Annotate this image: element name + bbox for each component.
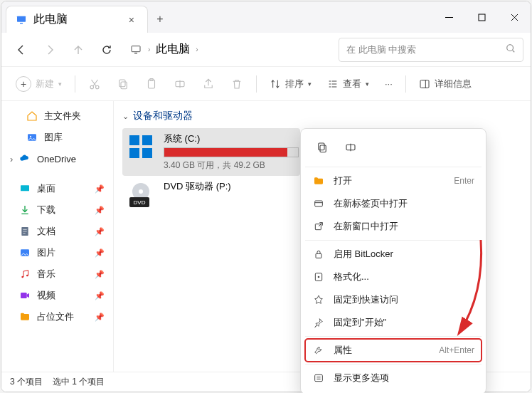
sidebar-item-documents[interactable]: 文档📌 [4,221,110,242]
download-icon [18,204,31,216]
pin-icon: 📌 [95,206,105,215]
ctx-more[interactable]: 显示更多选项 [305,367,482,389]
drive-subtitle: 3.40 GB 可用，共 49.2 GB [164,159,299,172]
close-window-button[interactable] [498,1,531,33]
new-tab-button[interactable]: + [148,6,172,33]
toolbar: + 新建 ▾ 排序▾ 查看▾ ··· 详细信息 [1,67,531,101]
back-button[interactable] [9,37,34,63]
more-button[interactable]: ··· [379,72,398,96]
sort-button[interactable]: 排序▾ [264,72,317,96]
svg-point-35 [318,276,320,278]
drive-c[interactable]: 系统 (C:) 3.40 GB 可用，共 49.2 GB [122,128,300,176]
tab-this-pc[interactable]: 此电脑 × [6,6,148,33]
sidebar-item-music[interactable]: 音乐📌 [4,263,110,285]
delete-button[interactable] [225,72,249,96]
svg-point-15 [30,136,31,137]
group-header-devices[interactable]: ⌄ 设备和驱动器 [122,107,522,128]
svg-rect-3 [132,46,140,51]
sidebar-item-onedrive[interactable]: OneDrive [4,148,110,169]
cut-button[interactable] [83,72,107,96]
sidebar-item-videos[interactable]: 视频📌 [4,285,110,306]
up-button[interactable] [65,37,91,63]
ctx-properties[interactable]: 属性Alt+Enter [305,339,482,362]
search-input[interactable]: 在 此电脑 中搜索 [339,38,523,62]
svg-rect-16 [21,185,29,191]
ctx-pin-start[interactable]: 固定到"开始" [305,311,482,334]
details-pane-button[interactable]: 详细信息 [413,72,477,96]
navbar: › 此电脑 › 在 此电脑 中搜索 [1,33,531,67]
drive-dvd[interactable]: DVD DVD 驱动器 (P:) [122,176,300,213]
wrench-icon [312,345,325,356]
tab-title: 此电脑 [33,12,68,27]
ctx-open-newwin[interactable]: 在新窗口中打开 [305,215,482,238]
ctx-rename-button[interactable] [338,136,363,159]
lock-icon [312,248,325,260]
window-controls [432,1,531,33]
forward-button[interactable] [37,37,63,63]
svg-rect-4 [134,53,137,53]
ctx-format[interactable]: 格式化... [305,266,482,288]
gallery-icon [26,131,38,144]
svg-rect-29 [319,143,324,150]
pin-icon: 📌 [95,270,105,279]
chevron-right-icon: › [148,46,150,53]
sidebar-item-downloads[interactable]: 下载📌 [4,199,110,221]
desktop-icon [18,182,31,195]
svg-rect-31 [315,201,323,206]
search-placeholder: 在 此电脑 中搜索 [346,43,506,56]
pin-icon: 📌 [95,184,105,194]
monitor-icon [15,14,28,26]
drive-usage-bar [164,147,299,157]
pin-icon: 📌 [95,291,105,300]
copy-button[interactable] [111,72,135,96]
svg-point-20 [26,275,28,277]
ctx-bitlocker[interactable]: 启用 BitLocker [305,243,482,266]
ctx-copy-button[interactable] [309,136,335,159]
svg-rect-25 [142,148,152,158]
context-menu: 打开Enter 在新标签页中打开 在新窗口中打开 启用 BitLocker 格式… [300,128,486,393]
svg-rect-24 [129,148,139,158]
sidebar-item-placeholder[interactable]: 占位文件📌 [4,306,110,328]
pin-icon [312,317,325,328]
external-icon [312,221,325,232]
svg-rect-1 [20,23,23,23]
pin-icon [312,294,325,305]
home-icon [26,110,38,122]
ctx-open-newtab[interactable]: 在新标签页中打开 [305,192,482,215]
video-icon [18,289,31,302]
maximize-button[interactable] [465,1,498,33]
minimize-button[interactable] [432,1,465,33]
pin-icon: 📌 [95,248,105,258]
svg-rect-2 [479,14,485,21]
ctx-open[interactable]: 打开Enter [305,169,482,192]
tab-icon [312,198,325,209]
svg-rect-9 [119,80,125,87]
svg-rect-36 [315,374,323,381]
folder-icon [18,310,31,323]
svg-rect-13 [420,80,429,88]
paste-button[interactable] [139,72,164,96]
sidebar-item-desktop[interactable]: 桌面📌 [4,178,110,199]
view-button[interactable]: 查看▾ [321,72,375,96]
chevron-right-icon[interactable]: › [196,46,198,53]
close-tab-icon[interactable]: × [126,13,137,27]
sidebar-item-gallery[interactable]: 图库 [4,127,110,148]
document-icon [18,225,31,238]
breadcrumb[interactable]: › 此电脑 › [122,38,336,62]
pin-icon: 📌 [95,227,105,236]
new-button[interactable]: + 新建 ▾ [10,72,68,96]
refresh-button[interactable] [94,37,119,63]
monitor-icon [129,43,142,56]
ctx-pin-quick[interactable]: 固定到快速访问 [305,288,482,311]
sidebar-item-pictures[interactable]: 图片📌 [4,242,110,263]
share-button[interactable] [196,72,220,96]
rename-button[interactable] [168,72,192,96]
folder-open-icon [312,175,325,187]
svg-point-19 [21,276,23,278]
pin-icon: 📌 [95,313,105,322]
svg-rect-8 [121,82,127,89]
sidebar-item-home[interactable]: 主文件夹 [4,105,110,127]
svg-rect-21 [21,293,27,298]
music-icon [18,268,31,281]
breadcrumb-location[interactable]: 此电脑 [156,42,190,57]
